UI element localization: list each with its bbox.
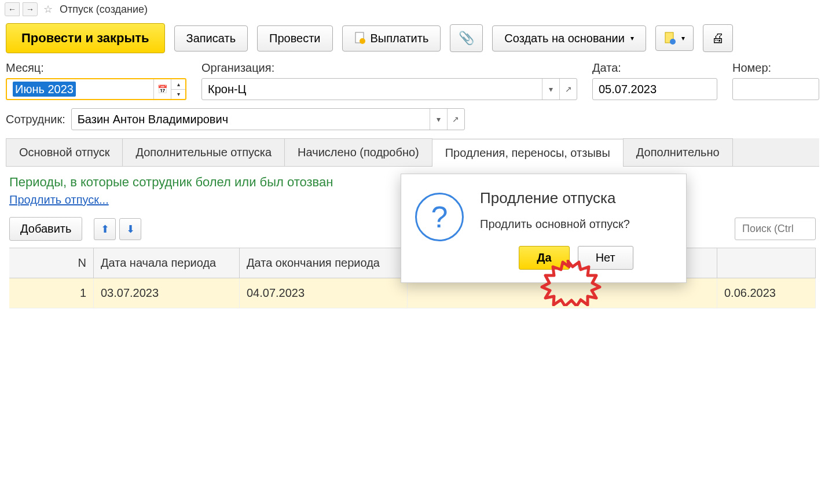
svg-point-1 [360, 38, 365, 44]
document-plus-icon [664, 32, 676, 45]
chevron-down-icon: ▾ [630, 34, 634, 42]
dialog-message: Продлить основной отпуск? [480, 218, 672, 231]
employee-label: Сотрудник: [6, 113, 65, 126]
post-and-close-button[interactable]: Провести и закрыть [6, 23, 165, 53]
org-open-icon[interactable]: ↗ [559, 79, 577, 100]
dialog-no-button[interactable]: Нет [578, 246, 633, 270]
tab-additional[interactable]: Дополнительно [623, 138, 733, 166]
month-up-button[interactable]: ▴ [171, 79, 185, 90]
col-header-start[interactable]: Дата начала периода [94, 248, 240, 278]
month-input[interactable]: Июнь 2023 [7, 79, 153, 99]
month-label: Месяц: [6, 61, 186, 75]
document-icon [354, 32, 366, 45]
date-label: Дата: [592, 61, 717, 75]
number-label: Номер: [732, 61, 819, 75]
favorite-star-icon[interactable]: ☆ [43, 3, 53, 16]
tab-main-vacation[interactable]: Основной отпуск [6, 138, 123, 166]
tab-additional-vacations[interactable]: Дополнительные отпуска [122, 138, 285, 166]
employee-dropdown-icon[interactable]: ▾ [430, 109, 447, 130]
move-up-button[interactable]: ⬆ [94, 218, 116, 240]
svg-point-3 [670, 39, 676, 45]
date-input[interactable] [593, 79, 751, 100]
move-down-button[interactable]: ⬇ [119, 218, 141, 240]
number-input[interactable] [733, 79, 825, 100]
employee-input[interactable] [72, 109, 430, 130]
printer-icon: 🖨 [712, 31, 724, 46]
window-title: Отпуск (создание) [60, 3, 148, 16]
org-label: Организация: [201, 61, 577, 75]
create-based-on-button[interactable]: Создать на основании ▾ [492, 25, 646, 51]
tab-extensions[interactable]: Продления, переносы, отзывы [432, 139, 624, 167]
calendar-icon[interactable]: 📅 [153, 79, 171, 99]
question-icon: ? [415, 193, 464, 241]
number-input-wrap[interactable] [732, 78, 819, 100]
paperclip-icon: 📎 [459, 31, 474, 46]
cell-n: 1 [9, 278, 94, 308]
doc-action-button[interactable]: ▾ [655, 25, 694, 51]
col-header-n[interactable]: N [9, 248, 94, 278]
date-input-wrap[interactable]: 📅 [592, 78, 717, 100]
employee-input-wrap[interactable]: ▾ ↗ [71, 108, 465, 130]
col-header-end[interactable]: Дата окончания периода [240, 248, 408, 278]
month-down-button[interactable]: ▾ [171, 90, 185, 100]
org-dropdown-icon[interactable]: ▾ [542, 79, 559, 100]
add-row-button[interactable]: Добавить [9, 217, 82, 241]
extend-vacation-link[interactable]: Продлить отпуск... [9, 193, 109, 206]
tabs: Основной отпуск Дополнительные отпуска Н… [6, 138, 819, 167]
pay-button[interactable]: Выплатить [342, 25, 441, 51]
dialog-title: Продление отпуска [480, 189, 672, 207]
chevron-down-icon: ▾ [681, 34, 685, 42]
post-button[interactable]: Провести [257, 25, 332, 51]
dialog-yes-button[interactable]: Да [519, 246, 569, 270]
org-input[interactable] [202, 79, 542, 100]
search-input[interactable] [735, 218, 816, 240]
nav-forward-button[interactable]: → [23, 2, 38, 16]
employee-open-icon[interactable]: ↗ [447, 109, 464, 130]
save-button[interactable]: Записать [174, 25, 248, 51]
cell-end: 04.07.2023 [240, 278, 408, 308]
tab-accrued[interactable]: Начислено (подробно) [284, 138, 432, 166]
cell-date2: 0.06.2023 [717, 278, 816, 308]
nav-back-button[interactable]: ← [5, 2, 20, 16]
month-input-wrap[interactable]: Июнь 2023 📅 ▴ ▾ [6, 78, 186, 100]
col-header-date2[interactable] [717, 248, 816, 278]
attach-button[interactable]: 📎 [450, 24, 483, 52]
confirm-dialog: ? Продление отпуска Продлить основной от… [401, 174, 687, 283]
cell-start: 03.07.2023 [94, 278, 240, 308]
print-button[interactable]: 🖨 [703, 24, 733, 52]
org-input-wrap[interactable]: ▾ ↗ [201, 78, 577, 100]
